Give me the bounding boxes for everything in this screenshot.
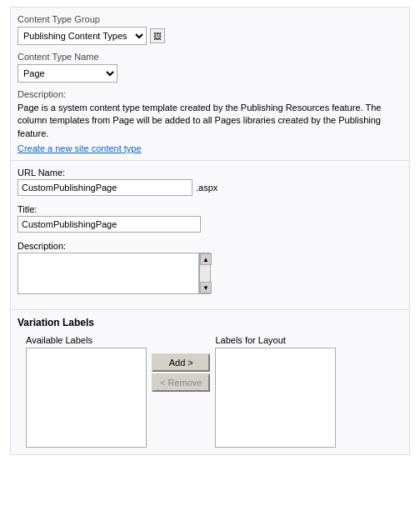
- url-name-input[interactable]: [18, 179, 192, 196]
- available-labels-label: Available Labels: [26, 335, 92, 345]
- desc-field-label: Description:: [18, 241, 402, 251]
- description-textarea[interactable]: [18, 253, 199, 294]
- content-type-name-row: Page: [18, 64, 402, 83]
- create-site-content-link[interactable]: Create a new site content type: [18, 143, 142, 153]
- content-type-name-select[interactable]: Page: [18, 64, 118, 83]
- add-remove-buttons: Add > < Remove: [152, 353, 210, 392]
- fields-section: URL Name: .aspx Title: Description: ▲ ▼: [10, 161, 410, 310]
- title-input[interactable]: [18, 216, 201, 233]
- variation-labels-title: Variation Labels: [18, 317, 402, 328]
- variation-content: Available Labels Add > < Remove Labels f…: [18, 335, 402, 448]
- url-name-label: URL Name:: [18, 168, 402, 178]
- remove-button[interactable]: < Remove: [152, 373, 210, 392]
- content-type-group-select[interactable]: Publishing Content Types: [18, 27, 147, 45]
- labels-for-layout-section: Labels for Layout: [215, 335, 336, 448]
- scroll-up-btn[interactable]: ▲: [200, 253, 212, 265]
- available-labels-listbox[interactable]: [26, 348, 147, 448]
- content-type-group-icon-btn[interactable]: 🖼: [150, 28, 165, 43]
- aspx-suffix: .aspx: [196, 183, 218, 193]
- image-icon: 🖼: [153, 32, 162, 41]
- content-type-group-section: Content Type Group Publishing Content Ty…: [10, 7, 410, 161]
- content-type-group-row: Publishing Content Types 🖼: [18, 27, 402, 45]
- description-text: Page is a system content type template c…: [18, 102, 402, 140]
- page-container: Content Type Group Publishing Content Ty…: [0, 0, 420, 472]
- labels-for-layout-listbox[interactable]: [215, 348, 336, 448]
- content-type-name-label: Content Type Name: [18, 52, 402, 62]
- variation-labels-section: Variation Labels Available Labels Add > …: [10, 310, 410, 455]
- add-button[interactable]: Add >: [152, 353, 210, 372]
- url-name-field-section: URL Name: .aspx: [18, 168, 402, 196]
- title-label: Title:: [18, 204, 402, 214]
- description-field-section: Description: ▲ ▼: [18, 241, 402, 294]
- description-section-label: Description:: [18, 89, 402, 99]
- available-labels-section: Available Labels: [26, 335, 147, 448]
- labels-for-layout-label: Labels for Layout: [215, 335, 285, 345]
- url-name-row: .aspx: [18, 179, 402, 196]
- title-field-section: Title:: [18, 204, 402, 233]
- content-type-group-label: Content Type Group: [18, 14, 402, 24]
- scroll-down-btn[interactable]: ▼: [200, 282, 212, 293]
